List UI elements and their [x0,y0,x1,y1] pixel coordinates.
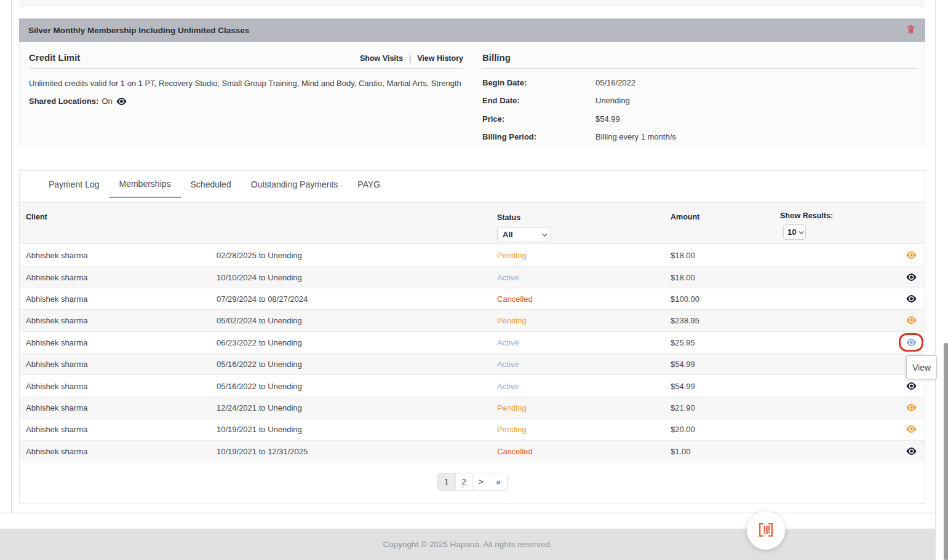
status-cell: Pending [497,425,527,434]
table-row: Abhishek sharma05/16/2022 to UnendingAct… [20,353,925,374]
amount-cell: $21.90 [671,403,695,412]
billing-value: Unending [595,96,630,105]
pagination-button-last[interactable]: » [490,473,507,490]
table-header-row: Client Status All Amount Show Results: 1… [20,203,925,244]
table-row: Abhishek sharma07/29/2024 to 08/27/2024C… [20,288,925,309]
highlight-ring [899,333,923,352]
show-visits-link[interactable]: Show Visits [360,54,403,63]
status-filter-select[interactable]: All [497,227,551,242]
barcode-scan-icon [757,521,775,541]
period-cell: 10/19/2021 to 12/31/2025 [217,446,308,455]
period-cell: 12/24/2021 to Unending [217,403,302,412]
billing-label: Price: [482,114,595,124]
tab-memberships[interactable]: Memberships [110,171,181,198]
client-cell: Abhishek sharma [26,316,87,325]
amount-cell: $25.95 [671,337,695,347]
status-cell: Pending [497,316,527,325]
copyright-text: Copyright © 2025 Hapana. All rights rese… [383,540,552,549]
client-cell: Abhishek sharma [26,403,87,412]
table-row: Abhishek sharma10/19/2021 to UnendingPen… [20,418,925,440]
amount-column-header: Amount [671,213,699,221]
delete-membership-button[interactable] [906,24,916,36]
view-eye-button[interactable] [903,380,919,392]
show-results-select[interactable]: 10 [783,224,806,240]
show-results-label: Show Results: [780,211,833,220]
show-results-value: 10 [787,227,796,237]
amount-cell: $18.00 [671,250,695,259]
view-history-link[interactable]: View History [417,54,463,63]
tab-outstanding-payments[interactable]: Outstanding Payments [241,171,348,198]
pagination-button-1[interactable]: 1 [438,473,455,490]
shared-locations-value: On [102,97,112,106]
view-eye-button[interactable] [903,336,919,349]
table-row: Abhishek sharma10/19/2021 to 12/31/2025C… [20,440,925,462]
pagination-button-2[interactable]: 2 [455,473,472,490]
period-cell: 06/23/2022 to Unending [217,337,302,347]
view-eye-button[interactable] [903,314,919,326]
table-row: Abhishek sharma05/02/2024 to UnendingPen… [20,309,925,331]
billing-section: Billing Begin Date:05/16/2022End Date:Un… [482,52,917,141]
left-divider [11,0,12,513]
billing-row: Billing Period:Billing every 1 month/s [482,132,917,141]
top-strip [19,0,925,6]
billing-label: Begin Date: [482,78,595,87]
status-filter-value: All [503,230,513,239]
period-cell: 10/10/2024 to Unending [217,272,302,282]
billing-label: Billing Period: [482,132,595,141]
scrollbar-thumb[interactable] [944,343,948,560]
tab-payg[interactable]: PAYG [348,171,390,198]
table-row: Abhishek sharma12/24/2021 to UnendingPen… [20,396,925,418]
membership-title: Silver Monthly Membership Including Unli… [28,26,249,35]
client-cell: Abhishek sharma [26,294,87,303]
membership-card-body: Credit Limit Show Visits | View History … [19,42,925,146]
client-cell: Abhishek sharma [26,381,87,390]
chevron-down-icon [542,231,547,236]
status-cell: Active [497,337,519,347]
period-cell: 02/28/2025 to Unending [217,250,302,259]
membership-card: Silver Monthly Membership Including Unli… [19,18,925,146]
billing-value: 05/16/2022 [595,78,635,87]
status-cell: Pending [497,250,527,259]
payments-panel: Payment LogMembershipsScheduledOutstandi… [19,170,925,504]
amount-cell: $238.95 [671,316,699,325]
table-row: Abhishek sharma06/23/2022 to UnendingAct… [20,331,925,353]
table-row: Abhishek sharma05/16/2022 to UnendingAct… [20,374,925,396]
shared-locations-row: Shared Locations: On [29,97,463,106]
period-cell: 07/29/2024 to 08/27/2024 [217,294,308,303]
billing-label: End Date: [482,96,595,105]
client-column-header: Client [26,213,47,221]
billing-value: $54.99 [595,114,620,124]
billing-heading: Billing [482,52,511,63]
billing-row: End Date:Unending [482,96,917,105]
table-row: Abhishek sharma10/10/2024 to UnendingAct… [20,266,925,287]
billing-value: Billing every 1 month/s [595,132,676,141]
amount-cell: $1.00 [671,446,691,455]
status-cell: Cancelled [497,446,533,455]
scan-fab-button[interactable] [747,511,785,550]
period-cell: 05/16/2022 to Unending [217,360,302,369]
amount-cell: $100.00 [671,294,699,303]
period-cell: 05/16/2022 to Unending [217,381,302,390]
pagination-button-next[interactable]: > [472,473,490,490]
status-cell: Cancelled [497,294,533,303]
view-eye-button[interactable] [903,445,919,457]
client-cell: Abhishek sharma [26,425,87,434]
view-eye-button[interactable] [903,293,919,305]
view-eye-button[interactable] [903,423,919,435]
credit-limit-section: Credit Limit Show Visits | View History … [29,52,463,106]
tab-scheduled[interactable]: Scheduled [181,171,241,198]
period-cell: 10/19/2021 to Unending [217,425,302,434]
pagination: 12>» [20,473,925,491]
client-cell: Abhishek sharma [26,272,87,282]
tab-payment-log[interactable]: Payment Log [39,171,110,198]
view-eye-button[interactable] [903,249,919,261]
view-eye-button[interactable] [903,401,919,414]
billing-rows: Begin Date:05/16/2022End Date:UnendingPr… [482,78,917,142]
tabs: Payment LogMembershipsScheduledOutstandi… [20,171,925,203]
billing-row: Price:$54.99 [482,114,917,124]
client-cell: Abhishek sharma [26,360,87,369]
view-eye-button[interactable] [903,271,919,283]
amount-cell: $54.99 [671,381,695,390]
eye-icon[interactable] [116,97,127,106]
status-column-header: Status [497,213,520,222]
